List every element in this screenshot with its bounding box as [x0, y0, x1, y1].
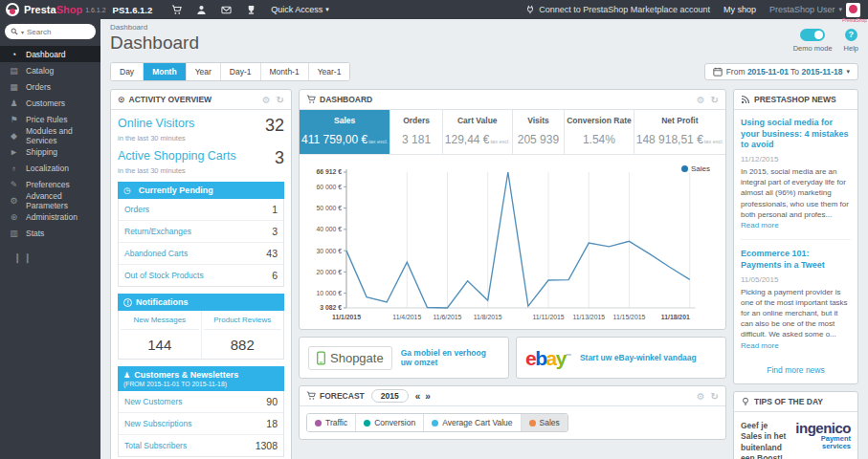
gear-icon[interactable]: ⚙	[697, 95, 705, 105]
shopgate-banner[interactable]: Shopgate Ga mobiel en verhoog uw omzet	[299, 337, 509, 379]
forecast-metric-traffic[interactable]: Traffic	[307, 414, 356, 431]
stats-icon: ▥	[9, 229, 19, 238]
filter-year-1-button[interactable]: Year-1	[309, 63, 350, 80]
my-shop-link[interactable]: My shop	[723, 5, 756, 14]
mail-icon[interactable]	[213, 5, 238, 15]
news-article[interactable]: Using social media for your business: 4 …	[741, 118, 851, 240]
trophy-icon[interactable]	[238, 5, 263, 15]
kpi-suffix: tax excl.	[368, 139, 388, 144]
kpi-net-profit[interactable]: Net Profit148 918,51 €tax excl.	[634, 110, 725, 154]
sidebar-search[interactable]: ▾	[5, 24, 96, 39]
sidebar-item-customers[interactable]: ♟Customers	[0, 95, 100, 111]
ebay-link[interactable]: Start uw eBay-winkel vandaag	[580, 353, 697, 362]
svg-text:11/4/2015: 11/4/2015	[392, 314, 421, 320]
news-article-title[interactable]: Using social media for your business: 4 …	[741, 118, 851, 151]
sidebar-item-shipping[interactable]: ►Shipping	[0, 143, 100, 160]
sales-chart-container: Sales 66 912 €60 000 €50 000 €40 000 €30…	[300, 155, 725, 329]
breadcrumb[interactable]: Dashboard	[100, 19, 868, 33]
customers-row-total-subscribers[interactable]: Total Subscribers1308	[119, 435, 283, 456]
quick-access-menu[interactable]: Quick Access▾	[271, 5, 329, 14]
sidebar-item-preferences[interactable]: ✎Preferences	[0, 176, 100, 192]
filter-month-1-button[interactable]: Month-1	[261, 63, 309, 80]
forecast-panel-title: FORECAST	[320, 391, 365, 401]
kpi-sales[interactable]: Sales411 759,00 €tax excl.	[300, 110, 390, 154]
read-more-link[interactable]: Read more	[741, 341, 779, 350]
previous-year-button[interactable]: «	[415, 391, 421, 402]
filter-month-button[interactable]: Month	[144, 63, 187, 80]
cart-icon[interactable]	[164, 5, 189, 15]
filter-year-button[interactable]: Year	[187, 63, 221, 80]
filter-day-1-button[interactable]: Day-1	[221, 63, 261, 80]
sidebar-item-dashboard[interactable]: ◔Dashboard	[0, 46, 100, 62]
prestashop-logo[interactable]	[6, 3, 19, 16]
refresh-icon[interactable]: ↻	[277, 95, 284, 105]
find-more-news-link[interactable]: Find more news	[734, 361, 857, 383]
sidebar-item-stats[interactable]: ▥Stats	[0, 225, 100, 241]
read-more-link[interactable]: Read more	[741, 221, 779, 230]
kpi-conversion-rate[interactable]: Conversion Rate1.54%	[565, 110, 634, 154]
kpi-cart-value[interactable]: Cart Value129,44 €tax excl.	[443, 110, 513, 154]
search-input[interactable]	[27, 28, 90, 36]
news-article-date: 11/12/2015	[741, 155, 851, 164]
sidebar-item-modules-and-services[interactable]: ◆Modules and Services	[0, 127, 100, 143]
news-article[interactable]: Ecommerce 101: Payments in a Tweet11/05/…	[741, 249, 851, 360]
sidebar-item-price-rules[interactable]: ⚑Price Rules	[0, 111, 100, 127]
activity-overview-panel: ⊙ ACTIVITY OVERVIEW ⚙↻ Online Visitors 3…	[110, 89, 292, 459]
shopgate-link[interactable]: Ga mobiel en verhoog uw omzet	[401, 348, 500, 367]
forecast-year: 2015	[371, 389, 409, 403]
kpi-value: 148 918,51 €tax excl.	[636, 133, 723, 146]
demo-mode-toggle[interactable]: Demo mode	[793, 29, 833, 53]
pending-row-return-exchanges[interactable]: Return/Exchanges3	[119, 221, 283, 243]
online-visitors-stat[interactable]: Online Visitors 32	[118, 117, 284, 134]
avatar-caption: PrestaShop	[842, 17, 867, 23]
sidebar-item-advanced-parameters[interactable]: ⚙Advanced Parameters	[0, 192, 100, 208]
brand-link[interactable]: PrestaShop	[24, 4, 82, 15]
help-button[interactable]: ? Help	[844, 29, 858, 53]
notification-product-reviews[interactable]: Product Reviews882	[202, 311, 284, 359]
active-carts-value: 3	[275, 149, 284, 166]
news-article-title[interactable]: Ecommerce 101: Payments in a Tweet	[741, 249, 851, 271]
toggle-on-icon[interactable]	[800, 29, 825, 41]
filter-day-button[interactable]: Day	[111, 63, 144, 80]
prestashop-news-panel: PRESTASHOP NEWS Using social media for y…	[733, 89, 858, 384]
kpi-label: Sales	[301, 116, 388, 125]
sidebar-item-administration[interactable]: ⊛Administration	[0, 208, 100, 225]
lightbulb-icon	[741, 397, 750, 406]
date-range-picker[interactable]: From 2015-11-01 To 2015-11-18 ▾	[704, 63, 858, 80]
localization-icon: ♁	[9, 164, 19, 173]
currently-pending-section: ◷Currently Pending Orders1Return/Exchang…	[118, 182, 284, 287]
user-menu[interactable]: PrestaShop User▾ PrestaShop	[769, 3, 860, 17]
pending-row-orders[interactable]: Orders1	[119, 199, 283, 221]
sidebar-item-orders[interactable]: ▦Orders	[0, 78, 100, 95]
forecast-metric-sales[interactable]: Sales	[522, 414, 568, 431]
active-carts-link[interactable]: Active Shopping Carts	[118, 149, 236, 163]
forecast-metric-conversion[interactable]: Conversion	[356, 414, 424, 431]
gear-icon[interactable]: ⚙	[262, 95, 271, 105]
gear-icon[interactable]: ⚙	[697, 391, 705, 402]
kpi-orders[interactable]: Orders3 181	[390, 110, 442, 154]
kpi-visits[interactable]: Visits205 939	[513, 110, 565, 154]
sidebar-item-localization[interactable]: ♁Localization	[0, 160, 100, 176]
forecast-metric-average-cart-value[interactable]: Average Cart Value	[424, 414, 521, 431]
next-year-button[interactable]: »	[425, 391, 431, 402]
active-carts-stat[interactable]: Active Shopping Carts 3	[118, 149, 284, 166]
pending-value: 3	[272, 226, 278, 237]
ebay-banner[interactable]: ebay™ Start uw eBay-winkel vandaag	[516, 337, 726, 379]
search-icon	[11, 28, 18, 35]
menu-collapse-button[interactable]: ❙❙	[13, 252, 100, 263]
sidebar-item-catalog[interactable]: ▤Catalog	[0, 62, 100, 78]
online-visitors-link[interactable]: Online Visitors	[118, 117, 194, 130]
news-article-date: 11/05/2015	[741, 275, 851, 284]
customers-row-new-customers[interactable]: New Customers90	[119, 391, 283, 413]
svg-text:11/15/2015: 11/15/2015	[613, 314, 646, 320]
chevron-down-icon[interactable]: ▾	[21, 29, 24, 35]
pending-row-out-of-stock-products[interactable]: Out of Stock Products6	[119, 265, 283, 286]
refresh-icon[interactable]: ↻	[711, 95, 719, 105]
ingenico-logo[interactable]: ingenico Paymentservices	[795, 421, 851, 451]
customers-row-new-subscriptions[interactable]: New Subscriptions18	[119, 413, 283, 435]
marketplace-link[interactable]: Connect to PrestaShop Marketplace accoun…	[525, 5, 710, 14]
pending-row-abandoned-carts[interactable]: Abandoned Carts43	[119, 243, 283, 265]
refresh-icon[interactable]: ↻	[711, 391, 719, 402]
notification-new-messages[interactable]: New Messages144	[119, 311, 202, 359]
user-icon[interactable]	[189, 5, 213, 15]
